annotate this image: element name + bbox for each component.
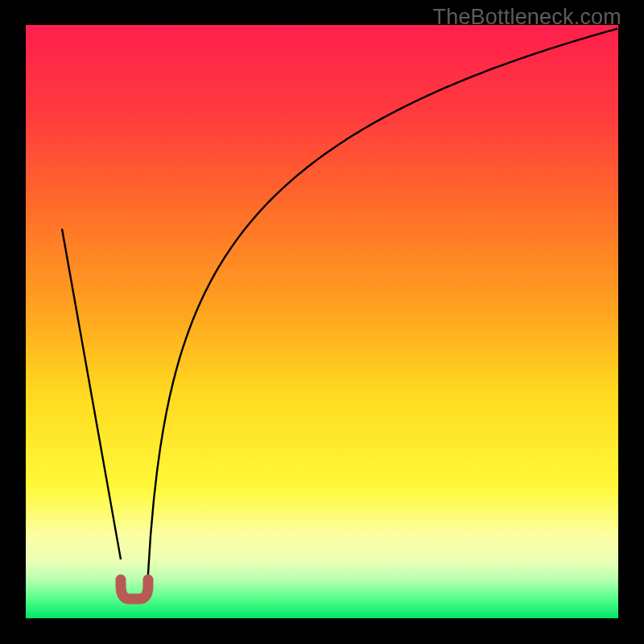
bottleneck-chart bbox=[26, 25, 618, 618]
chart-frame: TheBottleneck.com bbox=[0, 0, 644, 644]
